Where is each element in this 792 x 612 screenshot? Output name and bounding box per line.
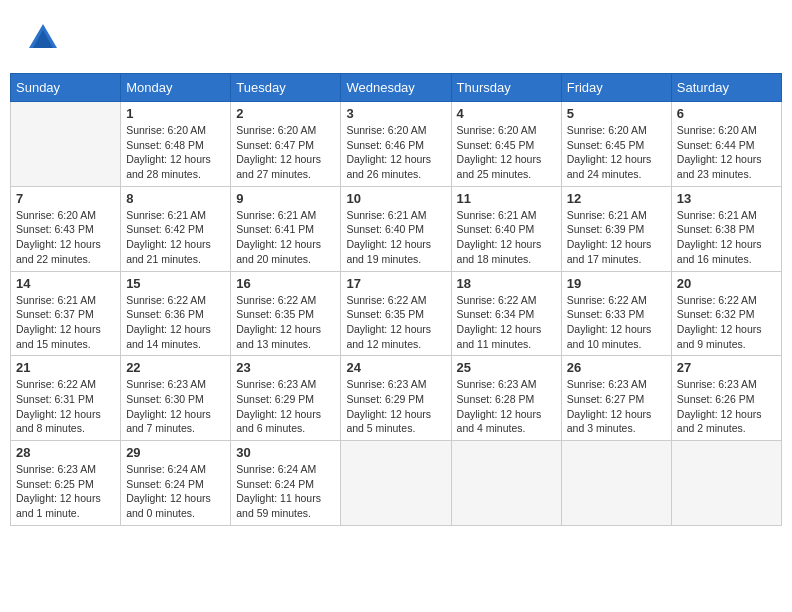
day-info: Sunrise: 6:20 AM Sunset: 6:45 PM Dayligh… bbox=[457, 123, 556, 182]
page-header bbox=[10, 10, 782, 65]
day-number: 18 bbox=[457, 276, 556, 291]
day-number: 2 bbox=[236, 106, 335, 121]
calendar-cell bbox=[451, 441, 561, 526]
day-number: 10 bbox=[346, 191, 445, 206]
day-number: 13 bbox=[677, 191, 776, 206]
week-row-1: 1Sunrise: 6:20 AM Sunset: 6:48 PM Daylig… bbox=[11, 102, 782, 187]
weekday-header-saturday: Saturday bbox=[671, 74, 781, 102]
day-number: 19 bbox=[567, 276, 666, 291]
calendar-cell: 20Sunrise: 6:22 AM Sunset: 6:32 PM Dayli… bbox=[671, 271, 781, 356]
day-info: Sunrise: 6:20 AM Sunset: 6:45 PM Dayligh… bbox=[567, 123, 666, 182]
day-number: 4 bbox=[457, 106, 556, 121]
weekday-header-tuesday: Tuesday bbox=[231, 74, 341, 102]
calendar-cell: 25Sunrise: 6:23 AM Sunset: 6:28 PM Dayli… bbox=[451, 356, 561, 441]
calendar-cell bbox=[671, 441, 781, 526]
day-info: Sunrise: 6:22 AM Sunset: 6:36 PM Dayligh… bbox=[126, 293, 225, 352]
week-row-3: 14Sunrise: 6:21 AM Sunset: 6:37 PM Dayli… bbox=[11, 271, 782, 356]
day-info: Sunrise: 6:20 AM Sunset: 6:44 PM Dayligh… bbox=[677, 123, 776, 182]
weekday-header-wednesday: Wednesday bbox=[341, 74, 451, 102]
weekday-header-monday: Monday bbox=[121, 74, 231, 102]
day-info: Sunrise: 6:20 AM Sunset: 6:43 PM Dayligh… bbox=[16, 208, 115, 267]
day-info: Sunrise: 6:21 AM Sunset: 6:39 PM Dayligh… bbox=[567, 208, 666, 267]
day-info: Sunrise: 6:23 AM Sunset: 6:29 PM Dayligh… bbox=[346, 377, 445, 436]
day-info: Sunrise: 6:21 AM Sunset: 6:41 PM Dayligh… bbox=[236, 208, 335, 267]
day-info: Sunrise: 6:21 AM Sunset: 6:40 PM Dayligh… bbox=[457, 208, 556, 267]
calendar-cell: 24Sunrise: 6:23 AM Sunset: 6:29 PM Dayli… bbox=[341, 356, 451, 441]
day-info: Sunrise: 6:20 AM Sunset: 6:47 PM Dayligh… bbox=[236, 123, 335, 182]
day-info: Sunrise: 6:23 AM Sunset: 6:30 PM Dayligh… bbox=[126, 377, 225, 436]
day-number: 29 bbox=[126, 445, 225, 460]
calendar-cell: 29Sunrise: 6:24 AM Sunset: 6:24 PM Dayli… bbox=[121, 441, 231, 526]
day-number: 22 bbox=[126, 360, 225, 375]
day-info: Sunrise: 6:20 AM Sunset: 6:46 PM Dayligh… bbox=[346, 123, 445, 182]
day-info: Sunrise: 6:24 AM Sunset: 6:24 PM Dayligh… bbox=[126, 462, 225, 521]
day-info: Sunrise: 6:23 AM Sunset: 6:27 PM Dayligh… bbox=[567, 377, 666, 436]
day-number: 5 bbox=[567, 106, 666, 121]
week-row-4: 21Sunrise: 6:22 AM Sunset: 6:31 PM Dayli… bbox=[11, 356, 782, 441]
day-number: 27 bbox=[677, 360, 776, 375]
calendar-cell bbox=[341, 441, 451, 526]
calendar-cell: 2Sunrise: 6:20 AM Sunset: 6:47 PM Daylig… bbox=[231, 102, 341, 187]
day-number: 20 bbox=[677, 276, 776, 291]
day-number: 12 bbox=[567, 191, 666, 206]
day-number: 25 bbox=[457, 360, 556, 375]
calendar-cell: 15Sunrise: 6:22 AM Sunset: 6:36 PM Dayli… bbox=[121, 271, 231, 356]
calendar-cell: 18Sunrise: 6:22 AM Sunset: 6:34 PM Dayli… bbox=[451, 271, 561, 356]
day-number: 30 bbox=[236, 445, 335, 460]
day-number: 23 bbox=[236, 360, 335, 375]
day-info: Sunrise: 6:21 AM Sunset: 6:37 PM Dayligh… bbox=[16, 293, 115, 352]
day-info: Sunrise: 6:22 AM Sunset: 6:31 PM Dayligh… bbox=[16, 377, 115, 436]
day-info: Sunrise: 6:22 AM Sunset: 6:33 PM Dayligh… bbox=[567, 293, 666, 352]
day-info: Sunrise: 6:22 AM Sunset: 6:35 PM Dayligh… bbox=[346, 293, 445, 352]
calendar-cell: 10Sunrise: 6:21 AM Sunset: 6:40 PM Dayli… bbox=[341, 186, 451, 271]
week-row-5: 28Sunrise: 6:23 AM Sunset: 6:25 PM Dayli… bbox=[11, 441, 782, 526]
day-info: Sunrise: 6:22 AM Sunset: 6:35 PM Dayligh… bbox=[236, 293, 335, 352]
calendar-cell: 30Sunrise: 6:24 AM Sunset: 6:24 PM Dayli… bbox=[231, 441, 341, 526]
day-number: 16 bbox=[236, 276, 335, 291]
calendar-cell: 3Sunrise: 6:20 AM Sunset: 6:46 PM Daylig… bbox=[341, 102, 451, 187]
day-number: 17 bbox=[346, 276, 445, 291]
calendar-cell: 14Sunrise: 6:21 AM Sunset: 6:37 PM Dayli… bbox=[11, 271, 121, 356]
calendar-cell: 17Sunrise: 6:22 AM Sunset: 6:35 PM Dayli… bbox=[341, 271, 451, 356]
weekday-header-row: SundayMondayTuesdayWednesdayThursdayFrid… bbox=[11, 74, 782, 102]
day-number: 1 bbox=[126, 106, 225, 121]
calendar-cell: 8Sunrise: 6:21 AM Sunset: 6:42 PM Daylig… bbox=[121, 186, 231, 271]
day-number: 7 bbox=[16, 191, 115, 206]
day-number: 6 bbox=[677, 106, 776, 121]
calendar-cell: 7Sunrise: 6:20 AM Sunset: 6:43 PM Daylig… bbox=[11, 186, 121, 271]
day-info: Sunrise: 6:23 AM Sunset: 6:25 PM Dayligh… bbox=[16, 462, 115, 521]
calendar-cell bbox=[11, 102, 121, 187]
day-number: 3 bbox=[346, 106, 445, 121]
calendar-table: SundayMondayTuesdayWednesdayThursdayFrid… bbox=[10, 73, 782, 526]
day-info: Sunrise: 6:24 AM Sunset: 6:24 PM Dayligh… bbox=[236, 462, 335, 521]
calendar-cell: 12Sunrise: 6:21 AM Sunset: 6:39 PM Dayli… bbox=[561, 186, 671, 271]
calendar-cell: 16Sunrise: 6:22 AM Sunset: 6:35 PM Dayli… bbox=[231, 271, 341, 356]
calendar-cell: 1Sunrise: 6:20 AM Sunset: 6:48 PM Daylig… bbox=[121, 102, 231, 187]
day-info: Sunrise: 6:21 AM Sunset: 6:38 PM Dayligh… bbox=[677, 208, 776, 267]
calendar-cell: 6Sunrise: 6:20 AM Sunset: 6:44 PM Daylig… bbox=[671, 102, 781, 187]
weekday-header-sunday: Sunday bbox=[11, 74, 121, 102]
weekday-header-friday: Friday bbox=[561, 74, 671, 102]
week-row-2: 7Sunrise: 6:20 AM Sunset: 6:43 PM Daylig… bbox=[11, 186, 782, 271]
calendar-cell bbox=[561, 441, 671, 526]
calendar-cell: 23Sunrise: 6:23 AM Sunset: 6:29 PM Dayli… bbox=[231, 356, 341, 441]
day-info: Sunrise: 6:22 AM Sunset: 6:32 PM Dayligh… bbox=[677, 293, 776, 352]
day-info: Sunrise: 6:23 AM Sunset: 6:29 PM Dayligh… bbox=[236, 377, 335, 436]
calendar-cell: 27Sunrise: 6:23 AM Sunset: 6:26 PM Dayli… bbox=[671, 356, 781, 441]
day-number: 8 bbox=[126, 191, 225, 206]
calendar-cell: 21Sunrise: 6:22 AM Sunset: 6:31 PM Dayli… bbox=[11, 356, 121, 441]
day-number: 21 bbox=[16, 360, 115, 375]
day-number: 26 bbox=[567, 360, 666, 375]
calendar-cell: 19Sunrise: 6:22 AM Sunset: 6:33 PM Dayli… bbox=[561, 271, 671, 356]
day-number: 14 bbox=[16, 276, 115, 291]
calendar-cell: 11Sunrise: 6:21 AM Sunset: 6:40 PM Dayli… bbox=[451, 186, 561, 271]
weekday-header-thursday: Thursday bbox=[451, 74, 561, 102]
calendar-cell: 28Sunrise: 6:23 AM Sunset: 6:25 PM Dayli… bbox=[11, 441, 121, 526]
calendar-cell: 5Sunrise: 6:20 AM Sunset: 6:45 PM Daylig… bbox=[561, 102, 671, 187]
day-info: Sunrise: 6:21 AM Sunset: 6:40 PM Dayligh… bbox=[346, 208, 445, 267]
logo-icon bbox=[25, 20, 61, 56]
day-info: Sunrise: 6:20 AM Sunset: 6:48 PM Dayligh… bbox=[126, 123, 225, 182]
calendar-cell: 9Sunrise: 6:21 AM Sunset: 6:41 PM Daylig… bbox=[231, 186, 341, 271]
calendar-cell: 4Sunrise: 6:20 AM Sunset: 6:45 PM Daylig… bbox=[451, 102, 561, 187]
day-number: 11 bbox=[457, 191, 556, 206]
